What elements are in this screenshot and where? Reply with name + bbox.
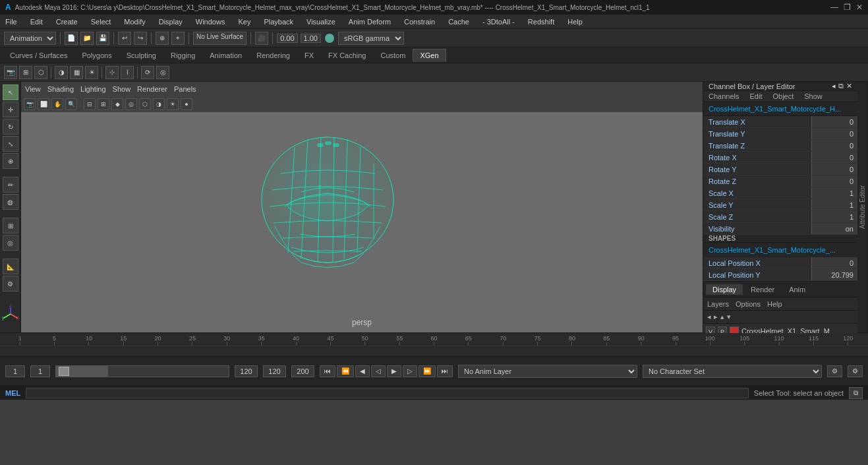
module-tab-polygons[interactable]: Polygons xyxy=(74,49,119,62)
tick-30[interactable]: 30 xyxy=(210,335,244,346)
vp-wire-icon[interactable]: ⬡ xyxy=(139,98,151,110)
channel-value[interactable]: 0 xyxy=(811,175,857,187)
time-slider[interactable] xyxy=(55,365,229,377)
le-tab-display[interactable]: Display xyxy=(706,284,743,295)
menu-item-visualize[interactable]: Visualize xyxy=(304,16,338,27)
tick-120[interactable]: 120 xyxy=(831,335,865,346)
tick-65[interactable]: 65 xyxy=(451,335,486,346)
channel-value[interactable]: 1 xyxy=(811,187,857,199)
channel-row-translate-z[interactable]: Translate Z0 xyxy=(703,140,857,152)
vp-menu-view[interactable]: View xyxy=(25,85,41,93)
channel-row-translate-x[interactable]: Translate X0 xyxy=(703,116,857,128)
cb-tab-edit[interactable]: Edit xyxy=(747,91,765,102)
new-scene-icon[interactable]: 📄 xyxy=(65,32,78,45)
tick-25[interactable]: 25 xyxy=(175,335,210,346)
anim-settings-btn[interactable]: ⚙ xyxy=(848,365,863,377)
module-tab-fx[interactable]: FX xyxy=(297,49,321,62)
anim-layer-select[interactable]: No Anim Layer xyxy=(458,365,637,378)
le-arrow-down[interactable]: ▾ xyxy=(727,313,731,321)
time-indicator[interactable] xyxy=(59,367,69,376)
undo-icon[interactable]: ↩ xyxy=(118,32,131,45)
le-menu-options[interactable]: Options xyxy=(736,300,761,308)
channel-value[interactable]: 0 xyxy=(811,164,857,175)
play-back-btn[interactable]: ◁ xyxy=(371,365,386,377)
tick-60[interactable]: 60 xyxy=(417,335,451,346)
range-max-input[interactable]: 120 xyxy=(263,365,286,377)
snap-curve-icon[interactable]: ⌇ xyxy=(121,66,134,79)
channel-value[interactable]: 0 xyxy=(811,140,857,151)
timeline-ruler[interactable]: 1510152025303540455055606570758085909510… xyxy=(0,333,868,346)
shape-channel-row-local-position-y[interactable]: Local Position Y20.799 xyxy=(703,269,857,281)
sculpt-btn[interactable]: ◍ xyxy=(3,194,18,210)
tick-90[interactable]: 90 xyxy=(623,335,658,346)
module-tab-rendering[interactable]: Rendering xyxy=(249,49,297,62)
right-panel-label[interactable]: Attribute Editor xyxy=(857,82,868,332)
select-icon[interactable]: ⊕ xyxy=(156,32,169,45)
vp-iso-icon[interactable]: ⊟ xyxy=(84,98,96,110)
vp-xray-icon[interactable]: ◑ xyxy=(153,98,165,110)
le-tab-anim[interactable]: Anim xyxy=(782,284,812,295)
menu-item-redshift[interactable]: Redshift xyxy=(525,16,557,27)
no-live-surface-btn[interactable]: No Live Surface xyxy=(193,32,246,45)
menu-item-create[interactable]: Create xyxy=(53,16,80,27)
shape-channel-value[interactable]: 0 xyxy=(811,257,857,268)
le-arrow-left[interactable]: ◂ xyxy=(707,313,711,321)
vp-pan-icon[interactable]: ✋ xyxy=(51,98,63,110)
module-tab-animation[interactable]: Animation xyxy=(202,49,249,62)
char-set-select[interactable]: No Character Set xyxy=(643,365,822,378)
vp-poly-icon[interactable]: ◆ xyxy=(111,98,123,110)
tick-35[interactable]: 35 xyxy=(245,335,279,346)
soft-select-icon[interactable]: ◎ xyxy=(156,66,169,79)
minimize-button[interactable]: — xyxy=(830,3,838,12)
next-key-btn[interactable]: ⏩ xyxy=(419,365,436,377)
tick-70[interactable]: 70 xyxy=(486,335,520,346)
shading-icon[interactable]: ◑ xyxy=(55,66,68,79)
vp-filmgate-icon[interactable]: ⬜ xyxy=(38,98,49,110)
channel-value[interactable]: 0 xyxy=(811,152,857,163)
cb-tab-channels[interactable]: Channels xyxy=(706,91,741,102)
channel-row-scale-x[interactable]: Scale X1 xyxy=(703,187,857,199)
channel-row-scale-z[interactable]: Scale Z1 xyxy=(703,211,857,223)
colorspace-select[interactable]: sRGB gamma xyxy=(338,32,404,45)
vp-light2-icon[interactable]: ☀ xyxy=(167,98,179,110)
tick-45[interactable]: 45 xyxy=(313,335,347,346)
channel-row-rotate-y[interactable]: Rotate Y0 xyxy=(703,164,857,175)
tick-55[interactable]: 55 xyxy=(382,335,417,346)
select-tool-btn[interactable]: ↖ xyxy=(3,84,18,100)
tick-15[interactable]: 15 xyxy=(106,335,140,346)
module-tab-custom[interactable]: Custom xyxy=(374,49,413,62)
menu-item-edit[interactable]: Edit xyxy=(28,16,45,27)
vp-menu-renderer[interactable]: Renderer xyxy=(137,85,167,93)
module-tab-fx-caching[interactable]: FX Caching xyxy=(321,49,373,62)
menu-item-key[interactable]: Key xyxy=(235,16,253,27)
tick-95[interactable]: 95 xyxy=(658,335,693,346)
tick-110[interactable]: 110 xyxy=(762,335,796,346)
menu-item-modify[interactable]: Modify xyxy=(121,16,148,27)
paint-btn[interactable]: ✏ xyxy=(3,177,18,193)
vp-menu-lighting[interactable]: Lighting xyxy=(80,85,106,93)
char-set-btn[interactable]: ⚙ xyxy=(827,365,842,377)
menu-item-playback[interactable]: Playback xyxy=(261,16,296,27)
tick-5[interactable]: 5 xyxy=(37,335,71,346)
vp-menu-shading[interactable]: Shading xyxy=(47,85,74,93)
le-menu-layers[interactable]: Layers xyxy=(707,300,729,308)
wireframe-icon[interactable]: ⬡ xyxy=(34,66,47,79)
snap-btn[interactable]: ⊞ xyxy=(3,218,18,233)
time-start-input[interactable]: 1 xyxy=(5,365,25,377)
module-tab-sculpting[interactable]: Sculpting xyxy=(119,49,163,62)
range-end-input[interactable]: 120 xyxy=(235,365,258,377)
viewport[interactable]: View Shading Lighting Show Renderer Pane… xyxy=(21,82,703,332)
channel-row-translate-y[interactable]: Translate Y0 xyxy=(703,128,857,140)
next-frame-btn[interactable]: ▷ xyxy=(403,365,417,377)
shape-channel-value[interactable]: 20.799 xyxy=(811,269,857,280)
module-tab-xgen[interactable]: XGen xyxy=(413,49,446,62)
cb-collapse-btn[interactable]: ◂ xyxy=(832,82,836,90)
vp-menu-show[interactable]: Show xyxy=(113,85,131,93)
menu-item-help[interactable]: Help xyxy=(565,16,585,27)
cb-tab-object[interactable]: Object xyxy=(770,91,796,102)
tick-115[interactable]: 115 xyxy=(796,335,830,346)
menu-item-cache[interactable]: Cache xyxy=(446,16,472,27)
vp-grid-icon[interactable]: ⊞ xyxy=(98,98,109,110)
channel-value[interactable]: 1 xyxy=(811,199,857,210)
go-start-btn[interactable]: ⏮ xyxy=(320,365,335,377)
